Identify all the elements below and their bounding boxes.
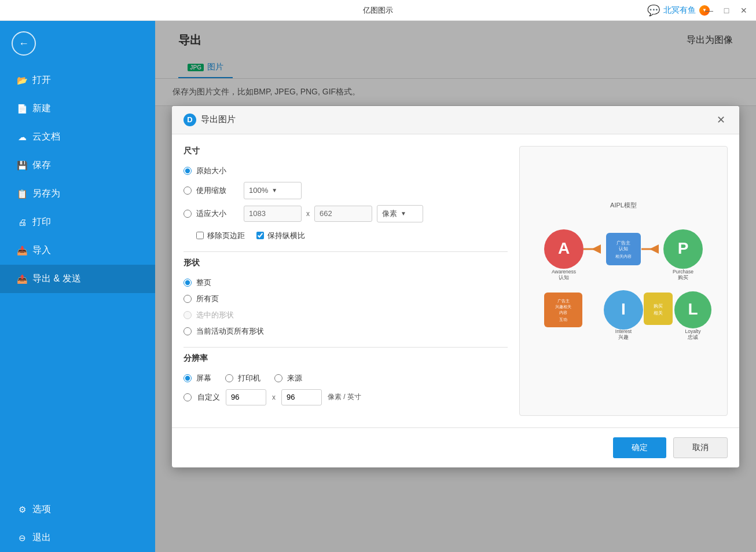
window-controls: — □ ✕ (704, 6, 749, 15)
res-custom-radio[interactable] (184, 393, 192, 401)
fit-unit-value: 像素 (382, 209, 397, 219)
keep-ratio-checkbox[interactable] (256, 232, 264, 239)
sidebar-item-options[interactable]: ⚙ 选项 (0, 495, 155, 524)
export-dialog: D 导出图片 ✕ 尺寸 (172, 106, 739, 467)
svg-text:兴趣: 兴趣 (618, 334, 629, 340)
svg-text:兴趣相关: 兴趣相关 (555, 305, 571, 309)
sidebar-item-cloud[interactable]: ☁ 云文档 (0, 123, 155, 151)
resolution-main-row: 屏幕 打印机 来源 (184, 373, 508, 383)
shape-active-row: 当前活动页所有形状 (184, 326, 508, 337)
sidebar-back: ← (0, 21, 155, 61)
cancel-button[interactable]: 取消 (673, 437, 728, 458)
import-icon: 📥 (16, 246, 28, 256)
size-scale-row: 使用缩放 100% ▼ (184, 182, 508, 199)
size-original-row: 原始大小 (184, 166, 508, 176)
sidebar-item-save[interactable]: 💾 保存 (0, 151, 155, 180)
sidebar-item-open[interactable]: 📂 打开 (0, 66, 155, 94)
size-section: 尺寸 原始大小 使用缩放 (184, 146, 508, 241)
sidebar-item-label-open: 打开 (32, 74, 51, 86)
aipl-diagram: AIPL模型 A 广告主 (534, 197, 713, 365)
res-screen-row: 屏幕 (184, 373, 211, 383)
svg-text:Awareness: Awareness (552, 269, 576, 275)
svg-text:认知: 认知 (619, 246, 628, 251)
confirm-button[interactable]: 确定 (613, 437, 666, 458)
modal-footer: 确定 取消 (172, 427, 739, 467)
back-button[interactable]: ← (12, 31, 36, 56)
fit-input-row: x 像素 ▼ (244, 205, 423, 222)
sidebar-item-label-save: 保存 (32, 159, 51, 171)
titlebar: 亿图图示 💬 北冥有鱼 ▼ — □ ✕ (0, 0, 756, 21)
new-icon: 📄 (16, 104, 28, 114)
res-custom-x-input[interactable] (226, 389, 266, 405)
res-screen-label: 屏幕 (196, 373, 211, 383)
shape-selected-row: 选中的形状 (184, 310, 508, 320)
maximize-button[interactable]: □ (721, 6, 732, 15)
sidebar-item-label-exit: 退出 (32, 532, 51, 544)
modal-overlay: D 导出图片 ✕ 尺寸 (155, 21, 756, 552)
size-fit-row: 适应大小 x 像素 ▼ (184, 205, 508, 222)
fit-unit-select[interactable]: 像素 ▼ (377, 205, 423, 222)
res-source-row: 来源 (274, 373, 302, 383)
sidebar-item-label-new: 新建 (32, 103, 51, 115)
res-source-radio[interactable] (274, 374, 282, 382)
scale-value: 100% (249, 186, 268, 195)
fit-width-input[interactable] (244, 206, 302, 222)
shape-active-radio[interactable] (184, 327, 192, 335)
res-custom-label: 自定义 (197, 392, 220, 403)
modal-body: 尺寸 原始大小 使用缩放 (172, 134, 739, 427)
res-custom-y-input[interactable] (281, 389, 322, 405)
sidebar-item-print[interactable]: 🖨 打印 (0, 208, 155, 236)
res-screen-radio[interactable] (184, 374, 192, 382)
sidebar-menu: 📂 打开 📄 新建 ☁ 云文档 💾 保存 📋 另存为 🖨 打印 (0, 66, 155, 293)
res-printer-row: 打印机 (225, 373, 260, 383)
svg-text:Purchase: Purchase (673, 269, 693, 275)
back-arrow-icon: ← (19, 38, 29, 50)
res-printer-radio[interactable] (225, 374, 233, 382)
preview-canvas: AIPL模型 A 广告主 (526, 152, 721, 410)
save-icon: 💾 (16, 160, 28, 171)
scale-select[interactable]: 100% ▼ (244, 182, 302, 199)
print-icon: 🖨 (16, 217, 28, 227)
remove-margin-row: 移除页边距 (196, 231, 245, 241)
shape-allpages-radio[interactable] (184, 295, 192, 303)
sidebar-item-label-print: 打印 (32, 216, 51, 228)
sidebar-item-exit[interactable]: ⊖ 退出 (0, 524, 155, 552)
size-fit-radio[interactable] (184, 210, 192, 218)
size-scale-label: 使用缩放 (196, 185, 226, 196)
modal-close-button[interactable]: ✕ (714, 113, 728, 127)
shape-fullpage-label: 整页 (196, 277, 211, 288)
options-icon: ⚙ (16, 505, 28, 515)
svg-text:I: I (621, 300, 626, 318)
sidebar-item-import[interactable]: 📥 导入 (0, 236, 155, 265)
svg-text:A: A (558, 239, 570, 257)
fit-height-input[interactable] (314, 206, 372, 222)
size-scale-radio[interactable] (184, 187, 192, 195)
sidebar-item-label-options: 选项 (32, 503, 51, 516)
minimize-button[interactable]: — (704, 6, 714, 15)
svg-text:广告主: 广告主 (557, 299, 570, 303)
sidebar-item-saveas[interactable]: 📋 另存为 (0, 180, 155, 208)
resolution-section-title: 分辨率 (184, 353, 508, 366)
sidebar-item-new[interactable]: 📄 新建 (0, 94, 155, 123)
modal-title: 导出图片 (201, 114, 236, 125)
size-radio-group: 原始大小 使用缩放 100% ▼ (184, 166, 508, 241)
sidebar-item-label-cloud: 云文档 (32, 131, 60, 143)
svg-text:P: P (678, 239, 689, 257)
res-custom-row: 自定义 x 像素 / 英寸 (184, 389, 508, 405)
user-area: 💬 北冥有鱼 ▼ (647, 4, 710, 17)
modal-header: D 导出图片 ✕ (172, 106, 739, 134)
res-printer-label: 打印机 (238, 373, 260, 383)
sidebar-item-label-saveas: 另存为 (32, 188, 60, 200)
sidebar-item-label-import: 导入 (32, 244, 51, 257)
remove-margin-checkbox[interactable] (196, 232, 204, 239)
remove-margin-label: 移除页边距 (207, 231, 245, 241)
size-original-radio[interactable] (184, 167, 192, 175)
sidebar-item-export[interactable]: 📤 导出 & 发送 (0, 265, 155, 293)
x-separator: x (306, 210, 310, 218)
saveas-icon: 📋 (16, 189, 28, 199)
shape-selected-radio (184, 311, 192, 319)
shape-fullpage-radio[interactable] (184, 279, 192, 287)
svg-text:相关内容: 相关内容 (615, 254, 632, 258)
chat-icon: 💬 (647, 4, 660, 17)
close-window-button[interactable]: ✕ (739, 6, 749, 15)
